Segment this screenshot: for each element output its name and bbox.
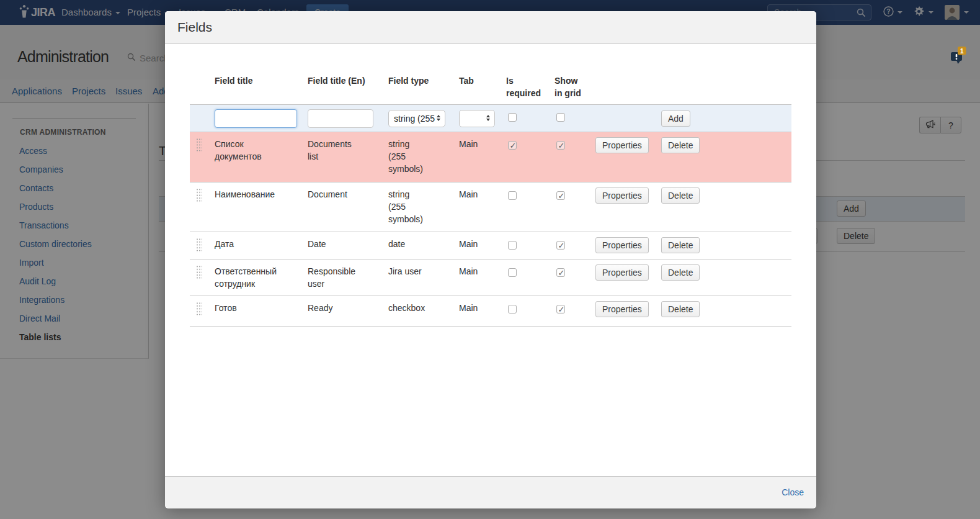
application-window: JIRA Dashboards Projects Issues CRM Cale… [0,0,980,519]
delete-button[interactable]: Delete [661,237,700,253]
dialog-body: Field title Field title (En) Field type … [165,44,816,476]
col-show-in-grid: Show in grid [548,65,589,105]
grid-checkbox[interactable] [556,241,565,250]
delete-button[interactable]: Delete [661,137,700,153]
field-tab: Main [453,260,500,296]
required-checkbox[interactable] [508,305,517,314]
required-checkbox[interactable] [508,191,517,200]
field-type: string (255 symbols) [388,138,425,175]
required-checkbox[interactable] [508,241,517,250]
field-row: Готов Ready checkbox Main Properties Del… [190,296,791,327]
field-tab: Main [453,132,500,183]
close-link[interactable]: Close [782,487,804,497]
notification-badge: 1 [958,47,966,55]
field-tab: Main [453,232,500,260]
field-row: Наименование Document string (255 symbol… [190,183,791,232]
dialog-footer: Close [165,476,816,508]
field-type: string (255 symbols) [388,188,425,225]
field-title: Список документов [215,138,289,163]
drag-handle-icon[interactable] [196,302,202,317]
notification-widget[interactable]: 1 [949,46,968,65]
new-field-tab-select[interactable] [459,110,495,127]
new-field-title-input[interactable] [215,109,297,128]
field-title-en: Ready [308,302,362,314]
properties-button[interactable]: Properties [595,264,649,281]
new-field-grid-checkbox[interactable] [556,113,565,122]
field-title: Готов [215,302,289,314]
drag-handle-icon[interactable] [196,265,202,280]
drag-handle-icon[interactable] [196,188,202,203]
field-title: Ответственный сотрудник [215,265,289,290]
field-title-en: Document [308,188,362,201]
select-arrows-icon [437,115,440,121]
drag-handle-icon[interactable] [196,238,202,253]
field-title-en: Date [308,238,362,250]
field-title-en: Responsible user [308,265,362,290]
col-is-required: Is required [500,65,548,105]
fields-table: Field title Field title (En) Field type … [190,65,791,327]
select-arrows-icon [486,115,490,121]
drag-handle-icon[interactable] [196,138,202,153]
new-field-type-select[interactable]: string (255 symbols) [388,110,445,127]
field-row: Ответственный сотрудник Responsible user… [190,260,791,296]
fields-dialog: Fields Field title Field title (En) Fiel… [165,11,816,508]
field-tab: Main [453,183,500,232]
col-field-title: Field title [208,65,301,105]
delete-button[interactable]: Delete [661,264,700,281]
table-header-row: Field title Field title (En) Field type … [190,65,791,105]
delete-button[interactable]: Delete [661,301,700,317]
grid-checkbox[interactable] [556,305,565,314]
new-field-row: string (255 symbols) [190,105,791,132]
notification-count: 1 [960,48,964,55]
col-field-title-en: Field title (En) [301,65,382,105]
new-field-title-en-input[interactable] [308,109,373,128]
field-title: Дата [215,238,289,250]
required-checkbox[interactable] [508,268,517,277]
properties-button[interactable]: Properties [595,187,649,204]
field-type: Jira user [388,265,425,278]
properties-button[interactable]: Properties [595,137,649,153]
delete-button[interactable]: Delete [661,187,700,204]
field-title-en: Documents list [308,138,362,163]
select-value: string (255 symbols) [394,111,435,127]
grid-checkbox[interactable] [556,268,565,277]
col-field-type: Field type [382,65,453,105]
add-field-button[interactable]: Add [661,111,690,127]
properties-button[interactable]: Properties [595,237,649,253]
field-tab: Main [453,296,500,327]
required-checkbox[interactable] [508,141,517,150]
field-row: Дата Date date Main Properties Delete [190,232,791,260]
dialog-title: Fields [177,20,212,34]
dialog-header: Fields [165,11,816,44]
col-tab: Tab [453,65,500,105]
new-field-required-checkbox[interactable] [508,113,517,122]
grid-checkbox[interactable] [556,191,565,200]
field-title: Наименование [215,188,289,201]
field-type: date [388,238,425,250]
grid-checkbox[interactable] [556,141,565,150]
field-row: Список документов Documents list string … [190,132,791,183]
properties-button[interactable]: Properties [595,301,649,317]
field-type: checkbox [388,302,425,314]
